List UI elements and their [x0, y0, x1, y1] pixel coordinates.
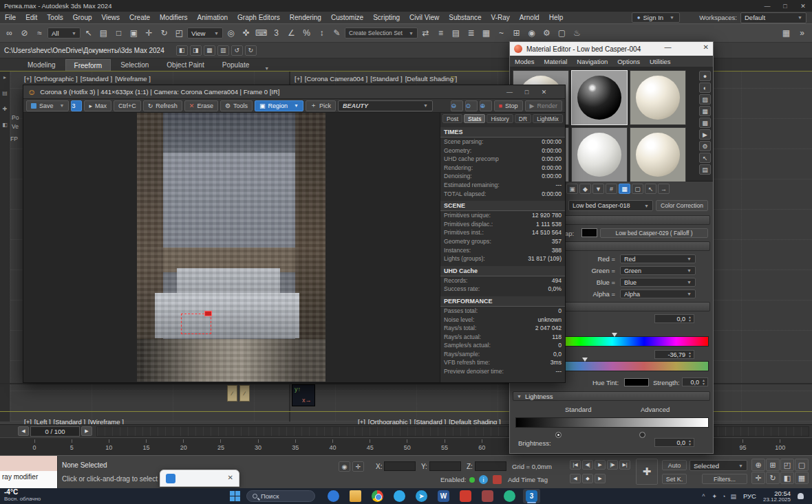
vfb-canvas[interactable]: PostStatsHistoryDRLightMix TIMES Scene p…: [23, 113, 565, 382]
refresh-button[interactable]: ↻Refresh: [143, 100, 182, 111]
vfb-tab[interactable]: LightMix: [533, 114, 563, 123]
maximize-button[interactable]: □: [776, 0, 794, 12]
send-to-max-button[interactable]: ▸Max: [84, 100, 111, 111]
viewport-label-segment[interactable]: [Default Shading ]: [405, 75, 458, 83]
close-button[interactable]: ✕: [535, 85, 553, 99]
channel-dropdown[interactable]: Blue▼: [620, 278, 696, 287]
material-map-navigator-icon[interactable]: ▤: [699, 164, 711, 175]
search-input[interactable]: Поиск: [246, 490, 315, 502]
material-sample-slot[interactable]: [571, 127, 628, 182]
zoom-reset-icon[interactable]: ⊙: [465, 100, 478, 111]
taskbar-preview-popup[interactable]: ✕: [160, 470, 239, 487]
make-unique-icon[interactable]: ◆: [579, 184, 591, 194]
go-to-start-button[interactable]: |◀: [570, 460, 581, 470]
word-icon[interactable]: W: [435, 489, 452, 503]
spinner-arrows[interactable]: ▲▼: [701, 378, 707, 386]
menu-item[interactable]: Views: [97, 12, 125, 23]
render-button[interactable]: ▶Render: [525, 100, 562, 111]
import-icon[interactable]: ◨: [190, 45, 202, 56]
folder-icon[interactable]: [347, 489, 364, 503]
layout-tab-icon[interactable]: ▸: [3, 74, 6, 80]
standard-radio[interactable]: [555, 432, 562, 438]
material-editor-menu-item[interactable]: Material: [539, 58, 573, 65]
y-coordinate-field[interactable]: [429, 461, 461, 471]
rendered-image[interactable]: [137, 113, 325, 382]
app-teal-icon[interactable]: [501, 489, 518, 503]
set-keys-button[interactable]: ✚: [636, 459, 658, 485]
use-pivot-center-icon[interactable]: ◎: [224, 25, 238, 41]
material-editor-menu-item[interactable]: Modes: [510, 58, 539, 65]
zoom-in-icon[interactable]: ⊕: [480, 100, 492, 111]
material-id-icon[interactable]: #: [606, 184, 617, 194]
maximize-button[interactable]: □: [518, 85, 535, 99]
curve-editor-icon[interactable]: ~: [494, 25, 509, 41]
x-coordinate-field[interactable]: [384, 461, 416, 471]
sample-uv-tiling-icon[interactable]: ▦: [699, 106, 711, 116]
ribbon-toggle-icon[interactable]: ▦: [479, 25, 493, 41]
ribbon-collapse-icon[interactable]: ▼: [264, 66, 269, 71]
3dsmax-icon[interactable]: 3: [523, 489, 540, 503]
orbit-icon[interactable]: ↻: [766, 472, 780, 484]
show-map-in-viewport-icon[interactable]: ▦: [619, 184, 630, 194]
create-selection-set-input[interactable]: Create Selection Set▼: [345, 28, 418, 39]
viewport-label-segment[interactable]: [Wireframe ]: [115, 75, 151, 83]
isolate-selection-icon[interactable]: ▦: [779, 25, 793, 41]
material-type-button[interactable]: Color Correction: [656, 200, 708, 211]
auto-key-button[interactable]: Auto: [662, 460, 687, 470]
close-icon[interactable]: ✕: [228, 474, 233, 481]
undo-icon[interactable]: ↺: [231, 45, 243, 56]
key-mode-button[interactable]: ◆: [582, 474, 593, 483]
close-button[interactable]: ✕: [794, 0, 812, 12]
saturation-field[interactable]: -36,79 ▲▼: [654, 350, 694, 359]
map-button[interactable]: Low bed Casper-029 ( Falloff ): [600, 228, 708, 238]
video-color-check-icon[interactable]: ▩: [699, 118, 711, 128]
ribbon-tab[interactable]: Selection: [112, 59, 157, 71]
minimize-button[interactable]: —: [501, 85, 518, 99]
workspace-dropdown[interactable]: Default ▼: [740, 12, 806, 23]
menu-item[interactable]: Group: [68, 12, 97, 23]
save-button[interactable]: Save ▼: [26, 100, 69, 111]
add-time-tag[interactable]: Add Time Tag: [508, 476, 548, 483]
material-editor-menu-item[interactable]: Navigation: [572, 58, 612, 65]
chrome-icon[interactable]: [369, 489, 386, 503]
advanced-radio[interactable]: [639, 432, 645, 438]
region-button[interactable]: ▣Region▼: [255, 100, 303, 111]
select-and-rotate-icon[interactable]: ↻: [157, 25, 171, 41]
brightness-field[interactable]: 0,0 ▲▼: [654, 438, 694, 447]
start-button[interactable]: [230, 491, 240, 501]
show-end-result-icon[interactable]: ▢: [632, 184, 643, 194]
menu-item[interactable]: Create: [125, 12, 155, 23]
layout-tab-icon[interactable]: ◧: [2, 122, 8, 128]
info-icon[interactable]: i: [479, 475, 488, 484]
ribbon-tab[interactable]: Populate: [214, 59, 257, 71]
menu-item[interactable]: Tools: [42, 12, 67, 23]
viewport-filter-icon[interactable]: ▽: [451, 75, 456, 82]
align-icon[interactable]: ≡: [434, 25, 448, 41]
saturation-marker[interactable]: [582, 358, 588, 362]
pan-icon[interactable]: ✛: [751, 472, 765, 484]
layout-tab-icon[interactable]: ▤: [2, 90, 8, 96]
render-production-icon[interactable]: ♨: [570, 25, 584, 41]
viewport-label-segment[interactable]: [Standard ]: [81, 75, 112, 83]
fetch-icon[interactable]: ▥: [217, 45, 229, 56]
rendered-frame-icon[interactable]: ▢: [555, 25, 569, 41]
network-tray-icon[interactable]: ▤: [730, 493, 736, 500]
bind-to-space-warp-icon[interactable]: ≈: [32, 25, 47, 41]
antivirus-tray-icon[interactable]: ✦: [712, 493, 717, 500]
rectangular-selection-icon[interactable]: □: [111, 25, 126, 41]
previous-frame-button[interactable]: ◀|: [582, 460, 593, 470]
select-and-move-icon[interactable]: ✛: [142, 25, 156, 41]
set-key-mode-button[interactable]: Set K.: [662, 474, 687, 484]
previous-key-button[interactable]: ◀: [570, 474, 581, 483]
render-region-marquee[interactable]: [181, 314, 211, 334]
toolbar-overflow-icon[interactable]: »: [795, 25, 809, 41]
channel-dropdown[interactable]: Green▼: [620, 266, 696, 275]
backlight-icon[interactable]: ◐: [699, 83, 711, 93]
unlink-selection-icon[interactable]: ⊘: [17, 25, 32, 41]
maxscript-mini-listener[interactable]: ray modifier: [0, 456, 58, 488]
pick-button[interactable]: ＋Pick: [306, 100, 336, 111]
stop-button[interactable]: ■Stop: [494, 100, 523, 111]
sign-in-button[interactable]: ● Sign In ▼: [632, 12, 680, 23]
hue-tint-swatch[interactable]: [624, 378, 649, 386]
reference-coordinate-dropdown[interactable]: View▼: [187, 28, 223, 39]
